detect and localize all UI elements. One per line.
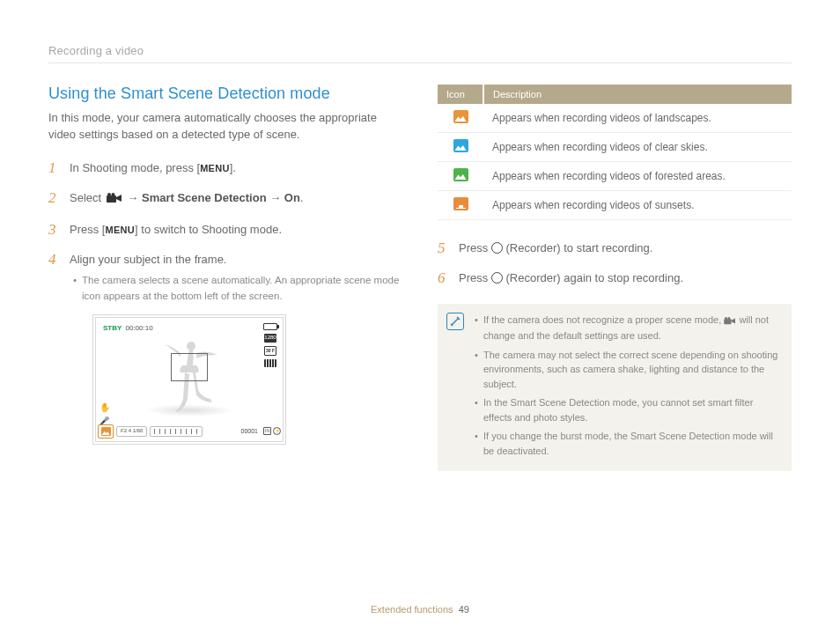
intro-text: In this mode, your camera automatically … [48,110,402,144]
menu-label: MENU [200,163,230,173]
step-2-arrow-2: → [267,191,284,204]
recorder-button-icon [491,272,503,284]
step-1: 1 In Shooting mode, press [MENU]. [48,159,402,177]
flash-off-icon: ⚡ [273,427,281,435]
mic-icon [99,411,110,422]
divider [48,63,792,63]
menu-label: MENU [105,225,135,235]
step-2-on: On [284,191,300,204]
table-desc: Appears when recording videos of clear s… [483,133,792,162]
table-desc: Appears when recording videos of foreste… [483,162,792,191]
step-2: 2 Select → Smart Scene Detection → On. [48,189,402,209]
step-3-text-b: ] to switch to Shooting mode. [135,223,282,236]
frame-counter: 00001 [241,427,258,437]
aperture-value: F2.4 [121,427,131,435]
aperture-shutter-pill: F2.4 1/60 [116,426,147,437]
step-6-text-a: Press [459,271,491,284]
step-number: 3 [48,221,61,239]
step-6: 6 Press (Recorder) again to stop recordi… [438,269,792,287]
videocam-icon [724,314,736,329]
note-item: If the camera does not recognize a prope… [475,313,779,343]
table-row: Appears when recording videos of sunsets… [438,191,792,220]
landscape-icon [453,110,468,123]
step-number: 5 [438,240,450,257]
sky-icon [453,139,468,152]
camera-screen: STBY 00:00:10 1280 30 F [92,314,286,445]
step-5-text-b: (Recorder) to start recording. [503,241,653,254]
step-1-text-b: ]. [230,161,236,174]
step-6-text-b: (Recorder) again to stop recording. [503,271,683,284]
table-row: Appears when recording videos of landsca… [438,104,792,133]
stby-time: 00:00:10 [125,324,152,332]
footer-section: Extended functions [371,604,453,615]
screen-left-icons [99,398,110,422]
note-box: If the camera does not recognize a prope… [438,304,792,472]
svg-rect-0 [107,195,116,203]
note-item: In the Smart Scene Detection mode, you c… [475,395,779,424]
step-number: 4 [48,251,61,445]
stby-label: STBY [103,324,122,332]
step-2-option: Smart Scene Detection [142,191,267,204]
step-2-text-a: Select [70,191,105,204]
svg-point-5 [725,317,727,320]
table-head-desc: Description [483,85,792,104]
sunset-icon [453,197,468,210]
note-item: The camera may not select the correct sc… [475,348,779,392]
screen-right-icons: 1280 30 F [263,323,277,367]
right-column: Icon Description Appears when recording … [438,85,792,471]
videocam-icon [107,191,122,209]
stabilizer-icon [99,398,110,409]
note-icon [446,313,466,463]
step-2-arrow-1: → [124,191,142,204]
forest-icon [453,168,468,181]
svg-point-3 [187,342,195,350]
page-title: Using the Smart Scene Detection mode [48,85,402,103]
step-number: 2 [48,189,61,209]
step-2-period: . [300,191,304,204]
table-desc: Appears when recording videos of landsca… [483,104,792,133]
note-1a: If the camera does not recognize a prope… [483,314,724,325]
battery-icon [263,323,277,330]
step-5: 5 Press (Recorder) to start recording. [438,240,792,257]
recorder-button-icon [491,242,503,254]
step-4: 4 Align your subject in the frame. The c… [48,251,402,445]
storage-icon: IN [263,427,271,435]
scene-mode-chip [98,424,114,439]
step-1-text-a: In Shooting mode, press [ [70,161,200,174]
step-number: 1 [48,159,61,177]
table-row: Appears when recording videos of foreste… [438,162,792,191]
icon-description-table: Icon Description Appears when recording … [438,85,792,220]
ev-scale [150,426,203,437]
step-3-text-a: Press [ [70,223,105,236]
step-3: 3 Press [MENU] to switch to Shooting mod… [48,221,402,239]
resolution-icon: 1280 [264,334,276,343]
table-row: Appears when recording videos of clear s… [438,133,792,162]
focus-box [171,353,208,381]
svg-point-6 [728,317,731,320]
table-head-icon: Icon [438,85,483,104]
footer-page-number: 49 [459,604,469,615]
breadcrumb: Recording a video [48,44,792,57]
left-column: Using the Smart Scene Detection mode In … [48,85,402,471]
step-5-text-a: Press [459,241,491,254]
screen-bottom-bar: F2.4 1/60 00001 IN ⚡ [98,424,281,439]
stby-indicator: STBY 00:00:10 [103,323,153,334]
note-item: If you change the burst mode, the Smart … [475,429,779,458]
page-footer: Extended functions 49 [0,604,840,615]
quality-icon [264,359,276,367]
step-4-sub: The camera selects a scene automatically… [73,273,402,304]
framerate-icon: 30 F [264,346,276,356]
svg-point-1 [107,193,111,196]
table-desc: Appears when recording videos of sunsets… [483,191,792,220]
shutter-value: 1/60 [133,427,144,435]
svg-rect-4 [725,319,732,324]
svg-point-2 [111,193,114,196]
step-number: 6 [438,269,450,287]
step-4-text: Align your subject in the frame. [70,253,226,266]
